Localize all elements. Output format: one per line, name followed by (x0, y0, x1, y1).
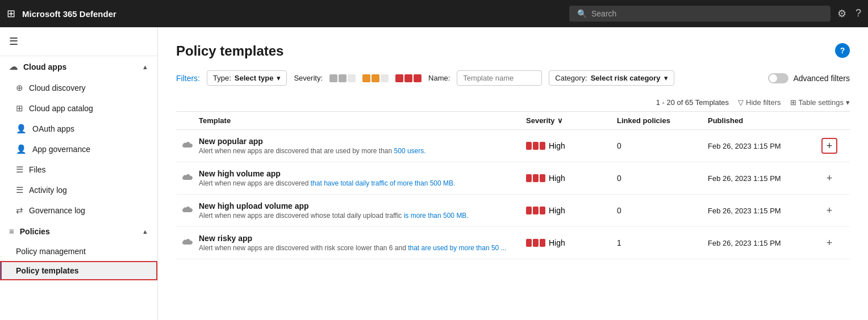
row-icon (176, 141, 199, 151)
severity-icon (526, 174, 545, 182)
activity-log-icon: ☰ (16, 185, 23, 195)
search-input[interactable] (591, 9, 823, 18)
search-bar[interactable]: 🔍 (569, 6, 831, 22)
sidebar-policies-label: Policies (20, 227, 50, 236)
sidebar-item-label: Files (29, 165, 46, 174)
filter-icon: ▽ (738, 98, 744, 107)
table-settings-icon: ⊞ (790, 98, 796, 107)
sidebar-item-cloud-discovery[interactable]: ⊕ Cloud discovery (0, 78, 157, 98)
category-filter-btn[interactable]: Category: Select risk category ▾ (549, 70, 674, 86)
sidebar-menu-btn[interactable]: ☰ (0, 27, 157, 56)
main-content: Policy templates ? Filters: Type: Select… (158, 27, 868, 320)
row-content: New risky app Alert when new apps are di… (199, 234, 526, 252)
add-template-btn[interactable]: + (821, 170, 837, 186)
sidebar-item-activity-log[interactable]: ☰ Activity log (0, 180, 157, 200)
row-desc-link[interactable]: 500 users. (394, 147, 426, 155)
row-name: New high upload volume app (199, 201, 526, 210)
published-cell: Feb 26, 2023 1:15 PM (708, 142, 821, 150)
published-cell: Feb 26, 2023 1:15 PM (708, 239, 821, 247)
severity-label: High (549, 141, 565, 150)
sidebar-item-label: OAuth apps (32, 124, 74, 133)
row-content: New popular app Alert when new apps are … (199, 137, 526, 155)
hide-filters-label: Hide filters (746, 98, 781, 107)
grid-icon[interactable]: ⊞ (7, 7, 15, 20)
severity-cell: High (526, 238, 617, 247)
sidebar: ☰ ☁ Cloud apps ▲ ⊕ Cloud discovery ⊞ Clo… (0, 27, 158, 320)
sidebar-item-oauth-apps[interactable]: 👤 OAuth apps (0, 119, 157, 139)
sidebar-policies-header[interactable]: ≡ Policies ▲ (0, 221, 157, 242)
table-row: New risky app Alert when new apps are di… (176, 227, 850, 259)
table-count: 1 - 20 of 65 Templates (656, 98, 729, 107)
sidebar-item-app-governance[interactable]: 👤 App governance (0, 139, 157, 159)
table-row: New high volume app Alert when new apps … (176, 162, 850, 195)
sev-bar-2 (533, 239, 539, 247)
severity-dots-low[interactable] (329, 74, 356, 82)
sidebar-cloud-apps-header[interactable]: ☁ Cloud apps ▲ (0, 56, 157, 78)
sidebar-item-policy-templates[interactable]: Policy templates (0, 261, 157, 280)
severity-label: High (549, 238, 565, 247)
published-cell: Feb 26, 2023 1:15 PM (708, 174, 821, 183)
sidebar-item-label: Cloud app catalog (29, 104, 93, 113)
severity-dots-high[interactable] (395, 74, 422, 82)
sidebar-item-files[interactable]: ☰ Files (0, 159, 157, 180)
sidebar-item-cloud-app-catalog[interactable]: ⊞ Cloud app catalog (0, 98, 157, 119)
category-filter-label: Category: (555, 74, 587, 82)
severity-dot-1 (329, 74, 337, 82)
table-header: Template Severity ∨ Linked policies Publ… (176, 112, 850, 130)
row-desc-link[interactable]: that are used by more than 50 ... (408, 244, 506, 252)
severity-dots-medium[interactable] (362, 74, 389, 82)
sidebar-item-governance-log[interactable]: ⇄ Governance log (0, 200, 157, 221)
row-desc-link[interactable]: that have total daily traffic of more th… (311, 179, 456, 187)
chevron-down-type: ▾ (277, 74, 281, 82)
help-circle-btn[interactable]: ? (835, 43, 850, 58)
published-cell: Feb 26, 2023 1:15 PM (708, 207, 821, 215)
table-body: New popular app Alert when new apps are … (176, 130, 850, 259)
chevron-up-icon-2: ▲ (142, 228, 148, 235)
sev-bar-2 (533, 174, 539, 182)
col-published-label: Published (708, 116, 743, 125)
type-filter-btn[interactable]: Type: Select type ▾ (207, 70, 287, 86)
row-name: New risky app (199, 234, 526, 243)
severity-cell: High (526, 206, 617, 215)
severity-icon (526, 142, 545, 150)
sev-bar-1 (526, 239, 532, 247)
severity-dot-8 (404, 74, 412, 82)
sidebar-cloud-apps-label: Cloud apps (23, 62, 66, 71)
row-content: New high upload volume app Alert when ne… (199, 201, 526, 220)
help-icon[interactable]: ? (856, 7, 861, 20)
col-severity-header[interactable]: Severity ∨ (526, 116, 617, 125)
col-action-header (821, 116, 850, 125)
search-icon: 🔍 (577, 9, 587, 18)
chevron-down-table: ▾ (846, 98, 850, 107)
advanced-filters-toggle[interactable] (768, 73, 788, 83)
chevron-down-category: ▾ (664, 74, 668, 82)
linked-policies-cell: 0 (617, 174, 708, 183)
table-settings-btn[interactable]: ⊞ Table settings ▾ (790, 98, 850, 107)
sort-icon: ∨ (557, 116, 563, 125)
sev-bar-2 (533, 207, 539, 214)
add-template-btn[interactable]: + (821, 235, 837, 251)
row-desc-link[interactable]: is more than 500 MB. (404, 212, 469, 220)
sev-bar-1 (526, 207, 532, 214)
linked-policies-cell: 0 (617, 206, 708, 215)
severity-dot-9 (414, 74, 422, 82)
add-template-btn[interactable]: + (821, 203, 837, 218)
name-filter-input[interactable] (457, 70, 542, 86)
sidebar-item-label: Policy management (16, 247, 86, 256)
settings-icon[interactable]: ⚙ (837, 7, 846, 20)
col-linked-header: Linked policies (617, 116, 708, 125)
hide-filters-btn[interactable]: ▽ Hide filters (738, 98, 781, 107)
col-template-header: Template (199, 116, 526, 125)
policies-icon: ≡ (9, 226, 14, 236)
col-icon-header (176, 116, 199, 125)
row-icon (176, 238, 199, 248)
sidebar-item-policy-management[interactable]: Policy management (0, 242, 157, 261)
add-template-btn[interactable]: + (821, 138, 837, 154)
sev-bar-1 (526, 142, 532, 150)
row-desc: Alert when new apps are discovered with … (199, 244, 526, 252)
filters-row: Filters: Type: Select type ▾ Severity: (176, 70, 850, 86)
row-desc: Alert when new apps are discovered whose… (199, 212, 526, 220)
severity-label: High (549, 206, 565, 215)
page-title: Policy templates (176, 43, 850, 59)
linked-policies-cell: 1 (617, 238, 708, 247)
